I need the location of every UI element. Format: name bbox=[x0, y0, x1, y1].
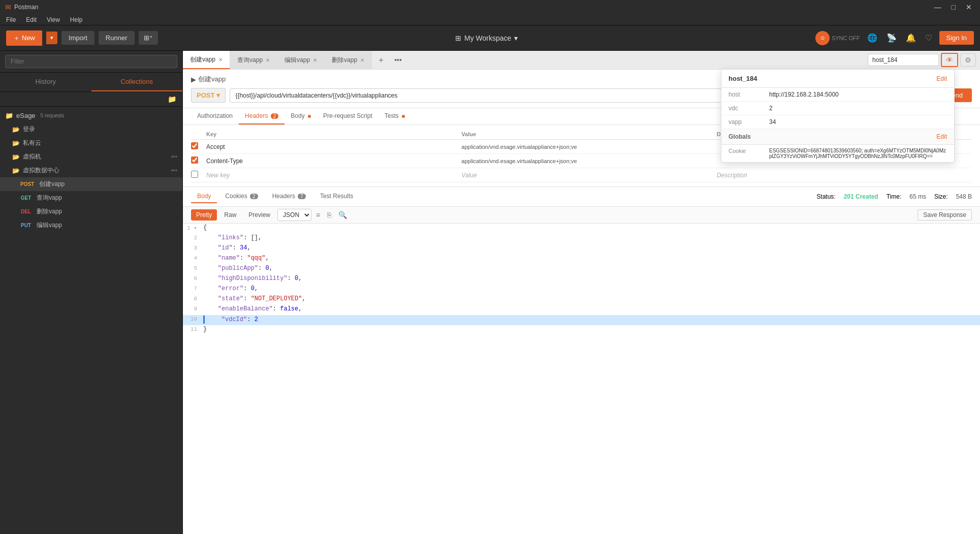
code-line-7: 7 "error": 0, bbox=[183, 285, 980, 295]
fmt-tab-raw[interactable]: Raw bbox=[219, 209, 241, 221]
minimize-button[interactable]: — bbox=[931, 2, 944, 12]
tab-add-button[interactable]: ＋ bbox=[372, 51, 390, 69]
env-selector-area: host_184 👁 ⚙ bbox=[864, 51, 980, 69]
env-popup-edit[interactable]: Edit bbox=[936, 75, 947, 82]
env-settings-button[interactable]: ⚙ bbox=[960, 53, 976, 67]
req-tab-tests[interactable]: Tests bbox=[378, 108, 411, 124]
row2-value[interactable]: application/vnd.esage.virtualappliance+j… bbox=[461, 158, 716, 164]
req-tab-headers[interactable]: Headers 2 bbox=[239, 108, 284, 124]
collection-header-esage[interactable]: 📁 eSage 5 requests bbox=[0, 109, 182, 122]
new-caret-button[interactable]: ▾ bbox=[46, 32, 57, 44]
tab-history[interactable]: History bbox=[0, 73, 91, 91]
request-name-put-vapp: 编辑vapp bbox=[37, 221, 62, 230]
tab-close-chaxun[interactable]: ✕ bbox=[266, 57, 270, 63]
line-num-3: 3 bbox=[183, 244, 201, 251]
req-tab-prerequest[interactable]: Pre-request Script bbox=[317, 108, 378, 124]
search-input[interactable] bbox=[5, 55, 177, 68]
runner-button[interactable]: Runner bbox=[99, 31, 135, 45]
tab-shanchu-vapp[interactable]: 删除vapp ✕ bbox=[325, 51, 372, 69]
signin-button[interactable]: Sign In bbox=[939, 31, 974, 45]
new-button[interactable]: ＋ New bbox=[6, 30, 42, 46]
resp-tab-headers[interactable]: Headers 7 bbox=[266, 190, 312, 203]
wrap-button[interactable]: ≡ bbox=[313, 210, 323, 220]
row3-desc[interactable]: Description bbox=[717, 172, 972, 179]
tab-chaxun-vapp[interactable]: 查询vapp ✕ bbox=[230, 51, 277, 69]
fmt-tab-preview[interactable]: Preview bbox=[243, 209, 275, 221]
line-content-11: } bbox=[201, 326, 980, 333]
env-eye-button[interactable]: 👁 bbox=[941, 53, 958, 67]
maximize-button[interactable]: □ bbox=[949, 2, 959, 12]
tab-close-bianji[interactable]: ✕ bbox=[313, 57, 317, 63]
collection-subtitle: 5 requests bbox=[41, 113, 65, 118]
menu-help[interactable]: Help bbox=[68, 15, 85, 24]
resp-tab-cookies[interactable]: Cookies 2 bbox=[219, 190, 264, 203]
folder-menu-xuniji[interactable]: ••• bbox=[171, 153, 177, 161]
folder-xunishujuzhongxin[interactable]: 📂 虚拟数据中心 ••• bbox=[0, 164, 182, 177]
folder-name-xunishujuzhongxin: 虚拟数据中心 bbox=[23, 166, 59, 175]
folder-denglu[interactable]: 📂 登录 bbox=[0, 122, 182, 136]
folder-xuniji[interactable]: 📂 虚拟机 ••• bbox=[0, 150, 182, 164]
response-status-bar: Status: 201 Created Time: 65 ms Size: 54… bbox=[816, 193, 972, 200]
status-label: Status: bbox=[816, 193, 835, 200]
app-icon: ✉ bbox=[5, 3, 11, 11]
line-content-5: "publicApp": 0, bbox=[201, 265, 980, 272]
toolbar-center[interactable]: ⊞ My Workspace ▾ bbox=[455, 34, 518, 42]
request-get-vapp[interactable]: GET 查询vapp bbox=[0, 191, 182, 205]
row1-key[interactable]: Accept bbox=[206, 143, 461, 150]
row2-checkbox[interactable] bbox=[191, 156, 198, 164]
close-button[interactable]: ✕ bbox=[963, 2, 975, 12]
toolbar-extra-button[interactable]: ⊞⁺ bbox=[139, 31, 158, 45]
fmt-tab-pretty[interactable]: Pretty bbox=[191, 209, 217, 221]
menu-view[interactable]: View bbox=[45, 15, 62, 24]
menu-edit[interactable]: Edit bbox=[24, 15, 39, 24]
method-caret-icon: ▾ bbox=[216, 91, 220, 99]
request-post-vapp[interactable]: POST 创建vapp bbox=[0, 177, 182, 191]
response-toolbar: Pretty Raw Preview JSON ≡ ⎘ 🔍 Save Respo… bbox=[183, 207, 980, 224]
row3-checkbox[interactable] bbox=[191, 171, 198, 178]
code-line-3: 3 "id": 34, bbox=[183, 244, 980, 254]
tab-more-button[interactable]: ••• bbox=[390, 51, 406, 69]
row3-key[interactable]: New key bbox=[206, 172, 461, 179]
globe-button[interactable]: 🌐 bbox=[865, 31, 879, 45]
folder-siyuyun[interactable]: 📂 私有云 bbox=[0, 136, 182, 150]
request-put-vapp[interactable]: PUT 编辑vapp bbox=[0, 218, 182, 232]
tab-close-shanchu[interactable]: ✕ bbox=[360, 57, 364, 63]
save-response-button[interactable]: Save Response bbox=[918, 209, 972, 221]
tab-bianji-vapp[interactable]: 编辑vapp ✕ bbox=[277, 51, 325, 69]
row3-value[interactable]: Value bbox=[461, 172, 716, 179]
folder-name-siyuyun: 私有云 bbox=[23, 139, 41, 147]
globals-edit[interactable]: Edit bbox=[936, 133, 947, 140]
req-tab-body[interactable]: Body bbox=[284, 108, 317, 124]
row1-checkbox[interactable] bbox=[191, 142, 198, 149]
folder-menu-xunishujuzhongxin[interactable]: ••• bbox=[171, 167, 177, 174]
resp-cookies-label: Cookies bbox=[225, 193, 247, 200]
format-select[interactable]: JSON bbox=[277, 209, 311, 221]
copy-button[interactable]: ⎘ bbox=[325, 210, 334, 220]
bell-button[interactable]: 🔔 bbox=[904, 31, 918, 45]
resp-tab-testresults[interactable]: Test Results bbox=[314, 190, 359, 203]
satellite-button[interactable]: 📡 bbox=[884, 31, 899, 45]
env-popup-title: host_184 bbox=[729, 75, 757, 82]
resp-tab-body[interactable]: Body bbox=[191, 190, 217, 203]
request-del-vapp[interactable]: DEL 删除vapp bbox=[0, 205, 182, 218]
tab-close-chuangjian[interactable]: ✕ bbox=[218, 57, 223, 62]
row1-value[interactable]: application/vnd.esage.virtualappliance+j… bbox=[461, 144, 716, 150]
env-select[interactable]: host_184 bbox=[868, 54, 939, 66]
row3-check[interactable] bbox=[191, 171, 206, 179]
new-folder-button[interactable]: 📁 bbox=[166, 94, 178, 104]
search-resp-button[interactable]: 🔍 bbox=[336, 210, 350, 220]
heart-button[interactable]: ♡ bbox=[923, 31, 934, 45]
import-button[interactable]: Import bbox=[61, 31, 94, 45]
method-select[interactable]: POST ▾ bbox=[191, 88, 226, 103]
size-label: Size: bbox=[934, 193, 948, 200]
tab-chuangjian-vapp[interactable]: 创建vapp ✕ bbox=[183, 51, 230, 69]
menu-file[interactable]: File bbox=[4, 15, 18, 24]
code-line-2: 2 "links": [], bbox=[183, 234, 980, 244]
menu-bar: File Edit View Help bbox=[0, 14, 980, 25]
req-tab-authorization[interactable]: Authorization bbox=[191, 108, 239, 124]
row1-check[interactable] bbox=[191, 142, 206, 151]
line-num-7: 7 bbox=[183, 285, 201, 292]
tab-collections[interactable]: Collections bbox=[91, 73, 183, 91]
row2-check[interactable] bbox=[191, 156, 206, 165]
row2-key[interactable]: Content-Type bbox=[206, 158, 461, 165]
